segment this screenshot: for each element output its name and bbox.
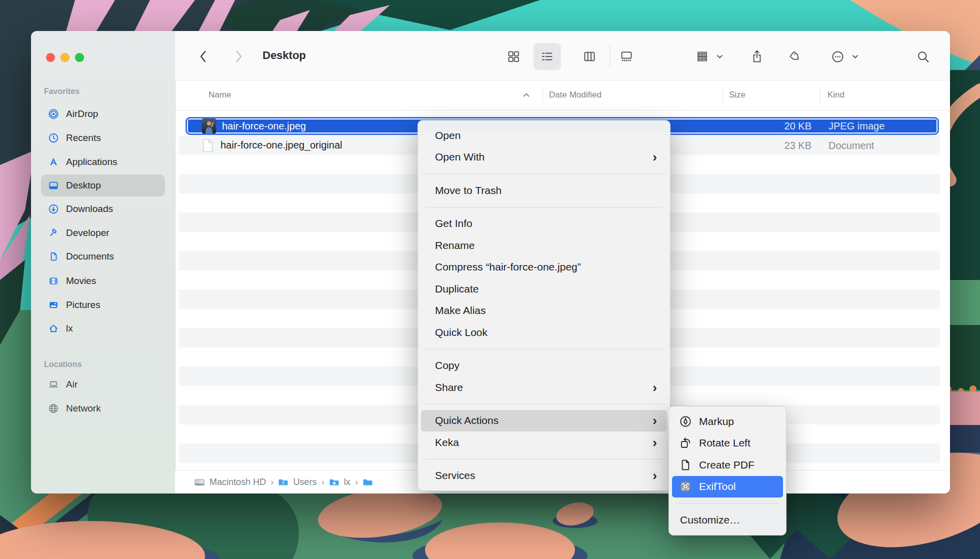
menu-item-services[interactable]: Services› — [418, 465, 670, 487]
minimize-button[interactable] — [60, 53, 70, 62]
quick-actions-submenu: Markup Rotate Left Create PDF — [668, 406, 786, 536]
column-view-button[interactable] — [578, 46, 600, 68]
rotate-left-icon — [679, 436, 692, 450]
folder-icon — [362, 478, 373, 486]
submenu-item-customize[interactable]: Customize… — [669, 509, 786, 531]
sidebar-item-developer[interactable]: Developer — [41, 222, 165, 244]
breadcrumb-lx[interactable]: lx — [329, 477, 350, 488]
file-kind: Document — [828, 136, 938, 156]
menu-item-compress[interactable]: Compress “hair-force-one.jpeg” — [418, 256, 670, 278]
submenu-item-rotate-left[interactable]: Rotate Left — [669, 432, 786, 454]
more-options-chevron[interactable] — [848, 46, 862, 68]
globe-icon — [48, 403, 59, 414]
menu-item-quick-actions[interactable]: Quick Actions› — [421, 410, 667, 432]
sidebar-item-pictures[interactable]: Pictures — [41, 294, 165, 316]
menu-item-open[interactable]: Open — [418, 124, 670, 146]
menu-item-move-to-trash[interactable]: Move to Trash — [418, 180, 670, 202]
hammer-icon — [48, 228, 59, 238]
ellipsis-circle-icon — [831, 50, 844, 64]
search-button[interactable] — [912, 46, 934, 68]
column-divider[interactable] — [542, 87, 543, 103]
submenu-chevron-icon: › — [652, 381, 657, 394]
menu-item-quick-look[interactable]: Quick Look — [418, 322, 670, 344]
column-header-name[interactable]: Name — [208, 80, 231, 110]
menu-item-get-info[interactable]: Get Info — [418, 213, 670, 235]
favorites-section-title: Favorites — [44, 87, 80, 96]
breadcrumb-macintosh-hd[interactable]: Macintosh HD — [194, 477, 266, 488]
submenu-chevron-icon: › — [652, 469, 657, 482]
home-icon — [48, 323, 59, 334]
column-divider[interactable] — [820, 87, 820, 103]
tag-icon — [788, 50, 802, 63]
menu-item-open-with[interactable]: Open With› — [418, 146, 670, 168]
breadcrumb-separator: › — [270, 476, 274, 488]
sidebar-item-lx[interactable]: lx — [41, 318, 165, 340]
sidebar-item-air[interactable]: Air — [41, 374, 165, 396]
breadcrumb-separator: › — [321, 476, 324, 488]
submenu-chevron-icon: › — [652, 150, 657, 164]
chevron-down-icon — [852, 54, 858, 59]
close-button[interactable] — [46, 53, 55, 62]
sidebar-item-applications[interactable]: Applications — [41, 151, 165, 173]
sidebar-item-downloads[interactable]: Downloads — [41, 198, 165, 220]
column-header-date-modified[interactable]: Date Modified — [549, 80, 602, 110]
zoom-button[interactable] — [75, 53, 84, 62]
toolbar: Desktop — [175, 31, 950, 80]
appstore-icon — [48, 156, 59, 168]
breadcrumb-desktop-folder[interactable] — [362, 478, 378, 486]
download-icon — [48, 204, 59, 214]
menu-item-share[interactable]: Share› — [418, 376, 670, 398]
submenu-item-exiftool[interactable]: ExifTool — [672, 476, 783, 498]
sidebar-item-documents[interactable]: Documents — [41, 246, 165, 268]
desktop-icon — [48, 180, 59, 191]
grouping-chevron[interactable] — [713, 46, 726, 68]
film-icon — [48, 276, 59, 286]
sidebar-item-movies[interactable]: Movies — [41, 270, 165, 292]
menu-item-keka[interactable]: Keka› — [418, 432, 670, 454]
column-divider[interactable] — [722, 87, 723, 103]
sidebar: Favorites AirDrop Recents — [31, 31, 176, 494]
file-name: hair-force-one.jpeg — [222, 120, 306, 132]
clock-icon — [48, 132, 59, 144]
sort-ascending-icon — [522, 80, 530, 110]
window-title: Desktop — [262, 31, 306, 80]
column-view-icon — [583, 50, 596, 63]
forward-icon — [234, 50, 244, 64]
chevron-down-icon — [716, 54, 723, 59]
menu-item-make-alias[interactable]: Make Alias — [418, 300, 670, 322]
menu-divider — [418, 398, 670, 410]
sidebar-item-desktop[interactable]: Desktop — [41, 174, 165, 196]
gallery-view-icon — [620, 50, 633, 63]
forward-button[interactable] — [228, 46, 250, 68]
menu-divider — [418, 168, 670, 180]
back-button[interactable] — [192, 46, 214, 68]
sidebar-item-network[interactable]: Network — [41, 398, 165, 420]
share-icon — [750, 50, 764, 64]
list-header: Name Date Modified Size Kind — [175, 80, 950, 110]
sidebar-item-airdrop[interactable]: AirDrop — [41, 103, 165, 125]
menu-item-duplicate[interactable]: Duplicate — [418, 278, 670, 300]
menu-divider — [418, 454, 670, 465]
sidebar-item-recents[interactable]: Recents — [41, 127, 165, 149]
folder-home-icon — [329, 478, 340, 486]
submenu-item-create-pdf[interactable]: Create PDF — [669, 454, 786, 476]
breadcrumb-users[interactable]: Users — [278, 477, 316, 488]
locations-section-title: Locations — [44, 360, 82, 369]
column-header-size[interactable]: Size — [729, 80, 746, 110]
list-view-button[interactable] — [536, 46, 558, 68]
menu-divider — [669, 498, 786, 509]
window-controls — [46, 53, 84, 62]
column-header-kind[interactable]: Kind — [828, 80, 844, 110]
grouping-button[interactable] — [691, 46, 713, 68]
icon-view-button[interactable] — [502, 46, 524, 68]
tags-button[interactable] — [784, 46, 806, 68]
markup-icon — [679, 415, 692, 428]
document-icon — [48, 251, 59, 262]
back-icon — [198, 50, 208, 64]
menu-item-copy[interactable]: Copy — [418, 355, 670, 377]
share-button[interactable] — [746, 46, 768, 68]
menu-item-rename[interactable]: Rename — [418, 234, 670, 256]
gallery-view-button[interactable] — [616, 46, 638, 68]
submenu-item-markup[interactable]: Markup — [669, 410, 786, 432]
more-options-button[interactable] — [826, 46, 848, 68]
